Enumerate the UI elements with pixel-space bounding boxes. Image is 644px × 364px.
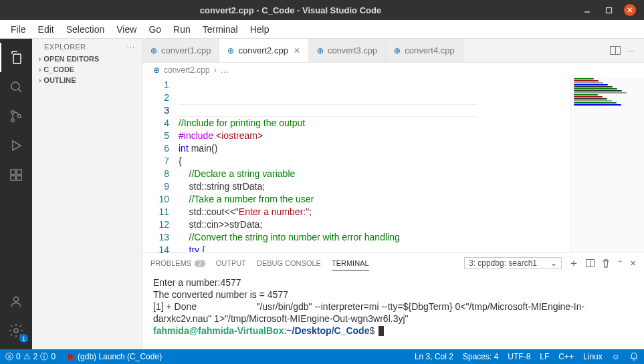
current-line-highlight <box>179 104 477 117</box>
status-problems[interactable]: ⓧ0 ⚠2 ⓘ0 <box>5 351 56 363</box>
activitybar-source-control[interactable] <box>0 102 32 131</box>
svg-rect-13 <box>17 170 21 174</box>
menu-go[interactable]: Go <box>143 23 167 36</box>
chevron-right-icon: › <box>214 65 217 75</box>
editor-tabs: ⊕ convert1.cpp ⊕ convert2.cpp ✕ ⊕ conver… <box>142 39 644 63</box>
activitybar-accounts[interactable] <box>0 287 32 316</box>
svg-point-6 <box>11 111 14 114</box>
panel-tab-debug-console[interactable]: DEBUG CONSOLE <box>257 256 321 270</box>
settings-badge: 1 <box>19 334 28 343</box>
tab-label: convert4.cpp <box>405 45 454 55</box>
svg-rect-12 <box>17 176 21 180</box>
warning-icon: ⚠ <box>23 352 31 361</box>
chevron-down-icon: ⌄ <box>550 258 557 268</box>
panel-tab-label: TERMINAL <box>332 259 369 267</box>
split-editor-icon[interactable] <box>610 46 621 55</box>
svg-line-5 <box>19 89 22 93</box>
panel-tab-output[interactable]: OUTPUT <box>216 256 246 270</box>
status-indentation[interactable]: Spaces: 4 <box>463 352 498 361</box>
panel-tab-problems[interactable]: PROBLEMS 2 <box>150 256 205 270</box>
tab-close-icon[interactable]: ✕ <box>294 46 300 55</box>
sidebar-section-outline[interactable]: › OUTLINE <box>32 75 142 85</box>
activitybar-search[interactable] <box>0 72 32 102</box>
panel-tab-label: PROBLEMS <box>150 259 191 267</box>
window-title: convert2.cpp - C_Code - Visual Studio Co… <box>0 5 581 15</box>
sidebar-item-label: OPEN EDITORS <box>43 55 99 63</box>
split-terminal-icon[interactable] <box>586 259 595 267</box>
editor-tab[interactable]: ⊕ convert3.cpp <box>309 39 386 62</box>
status-cursor-pos[interactable]: Ln 3, Col 2 <box>415 352 453 361</box>
svg-point-14 <box>14 297 19 302</box>
window-titlebar: convert2.cpp - C_Code - Visual Studio Co… <box>0 0 644 20</box>
svg-rect-1 <box>606 7 611 13</box>
svg-point-7 <box>11 119 14 122</box>
menu-view[interactable]: View <box>111 23 142 36</box>
close-panel-icon[interactable]: ✕ <box>630 259 636 268</box>
sidebar-explorer: EXPLORER ··· › OPEN EDITORS › C_CODE › O… <box>32 39 142 349</box>
activitybar-extensions[interactable] <box>0 160 32 190</box>
terminal-selector[interactable]: 3: cppdbg: search1 ⌄ <box>464 257 562 269</box>
status-encoding[interactable]: UTF-8 <box>508 352 530 361</box>
info-icon: ⓘ <box>40 351 48 363</box>
panel-tab-label: OUTPUT <box>216 259 246 267</box>
close-window-button[interactable] <box>624 4 636 16</box>
tab-label: convert1.cpp <box>161 45 211 55</box>
status-launch-config[interactable]: 🐞 (gdb) Launch (C_Code) <box>65 352 162 361</box>
chevron-right-icon: › <box>39 55 41 63</box>
kill-terminal-icon[interactable] <box>601 258 611 268</box>
new-terminal-icon[interactable]: ＋ <box>568 256 579 270</box>
problems-count-badge: 2 <box>195 260 205 267</box>
status-eol[interactable]: LF <box>540 352 549 361</box>
minimap[interactable] <box>570 77 644 252</box>
tab-more-icon[interactable]: ··· <box>627 45 635 55</box>
cpp-file-icon: ⊕ <box>227 46 234 55</box>
status-language[interactable]: C++ <box>558 352 574 361</box>
line-gutter: 1234567891011121314 <box>142 77 179 252</box>
cpp-file-icon: ⊕ <box>317 46 324 55</box>
chevron-right-icon: › <box>39 66 41 73</box>
panel: PROBLEMS 2 OUTPUT DEBUG CONSOLE TERMINAL… <box>142 252 644 349</box>
code-content[interactable]: //Include for printing the output#includ… <box>179 77 570 252</box>
menubar: File Edit Selection View Go Run Terminal… <box>0 20 644 39</box>
chevron-right-icon: › <box>39 77 41 84</box>
breadcrumb-more: … <box>221 65 229 75</box>
breadcrumb[interactable]: ⊕ convert2.cpp › … <box>142 63 644 77</box>
activitybar-run-debug[interactable] <box>0 131 32 160</box>
sidebar-more-icon[interactable]: ··· <box>127 43 135 51</box>
svg-point-8 <box>18 115 21 118</box>
editor-tab[interactable]: ⊕ convert2.cpp ✕ <box>219 39 308 62</box>
sidebar-section-folder[interactable]: › C_CODE <box>32 64 142 75</box>
cpp-file-icon: ⊕ <box>150 46 157 55</box>
activitybar-settings[interactable]: 1 <box>0 316 32 345</box>
editor-tab[interactable]: ⊕ convert1.cpp <box>142 39 219 62</box>
cpp-file-icon: ⊕ <box>394 46 401 55</box>
activitybar: 1 <box>0 39 32 349</box>
maximize-panel-icon[interactable]: ⌃ <box>617 259 623 268</box>
svg-rect-10 <box>11 170 15 174</box>
notifications-icon[interactable] <box>629 352 639 361</box>
svg-point-15 <box>14 329 18 333</box>
tab-label: convert2.cpp <box>238 45 288 55</box>
menu-file[interactable]: File <box>5 23 31 36</box>
maximize-button[interactable] <box>603 4 615 16</box>
panel-tab-terminal[interactable]: TERMINAL <box>332 256 369 270</box>
sidebar-item-label: OUTLINE <box>43 76 76 84</box>
menu-help[interactable]: Help <box>245 23 275 36</box>
feedback-icon[interactable]: ☺ <box>612 352 620 361</box>
debug-icon: 🐞 <box>65 352 75 361</box>
menu-edit[interactable]: Edit <box>33 23 60 36</box>
code-editor[interactable]: 1234567891011121314 //Include for printi… <box>142 77 644 252</box>
menu-terminal[interactable]: Terminal <box>197 23 243 36</box>
terminal-content[interactable]: Enter a number:4577The converted number … <box>142 274 644 349</box>
sidebar-title: EXPLORER <box>44 43 86 51</box>
sidebar-item-label: C_CODE <box>43 65 74 73</box>
editor-tab[interactable]: ⊕ convert4.cpp <box>386 39 463 62</box>
svg-point-4 <box>11 82 19 90</box>
breadcrumb-file: convert2.cpp <box>164 65 210 75</box>
minimize-button[interactable] <box>581 4 593 16</box>
activitybar-explorer[interactable] <box>0 43 32 72</box>
menu-selection[interactable]: Selection <box>61 23 110 36</box>
menu-run[interactable]: Run <box>168 23 196 36</box>
sidebar-section-open-editors[interactable]: › OPEN EDITORS <box>32 53 142 64</box>
status-os[interactable]: Linux <box>583 352 603 361</box>
